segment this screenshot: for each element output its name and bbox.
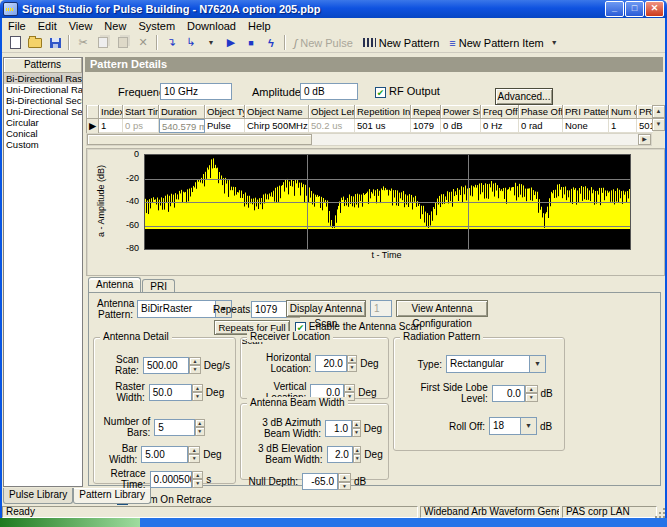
tab-pri[interactable]: PRI (142, 279, 175, 293)
play-icon[interactable]: ▶ (222, 34, 240, 51)
save-icon[interactable] (46, 34, 64, 51)
table-cell[interactable]: Chirp 500MHz - 50 (245, 119, 309, 133)
spinner-icon[interactable]: ▲▼ (192, 384, 203, 401)
column-header[interactable]: PRI Pattern (563, 105, 609, 119)
table-cell[interactable]: 0 dB (441, 119, 481, 133)
pattern-list-item[interactable]: Uni-Directional Sector (4, 106, 82, 117)
table-cell[interactable]: 1079 (411, 119, 441, 133)
chevron-down-icon[interactable]: ▼ (520, 417, 537, 435)
display-antenna-scan-button[interactable]: Display Antenna Scan (286, 300, 366, 317)
menu-item-help[interactable]: Help (242, 19, 277, 33)
column-header[interactable]: Index (99, 105, 123, 119)
route-arrow-2-icon[interactable]: ↳ (182, 34, 200, 51)
table-cell[interactable]: 540.579 m (159, 119, 205, 133)
close-button[interactable]: ✕ (645, 1, 664, 17)
pattern-list-item[interactable]: Conical (4, 128, 82, 139)
radiation-type-select[interactable]: Rectangular ▼ (446, 355, 546, 373)
spinner-icon[interactable]: ▲▼ (347, 355, 357, 372)
view-antenna-configuration-button[interactable]: View Antenna Configuration (396, 300, 488, 317)
lightning-icon[interactable]: ϟ (262, 34, 280, 51)
spinner-icon[interactable]: ▲▼ (189, 357, 201, 374)
rf-output-checkbox[interactable]: ✔ RF Output (375, 85, 440, 98)
column-header[interactable]: Repeat (411, 105, 441, 119)
spinner-icon[interactable]: ▲▼ (188, 446, 200, 463)
menu-item-file[interactable]: File (2, 19, 32, 33)
table-cell[interactable]: 1 (609, 119, 637, 133)
column-header[interactable]: PRI Start (637, 105, 653, 119)
field-input[interactable]: 20.0 (315, 355, 347, 372)
table-horizontal-scrollbar[interactable]: ▶ (86, 133, 652, 146)
minimize-button[interactable]: _ (605, 1, 624, 17)
column-header[interactable]: Duration (159, 105, 205, 119)
field-input[interactable]: 5.00 (141, 446, 188, 463)
advanced-button[interactable]: Advanced... (495, 88, 553, 105)
new-file-icon[interactable] (6, 34, 24, 51)
table-vertical-scrollbar[interactable]: ▲ ▼ (652, 105, 665, 133)
field-input[interactable]: 1.0 (325, 420, 352, 437)
tab-antenna[interactable]: Antenna (88, 277, 141, 293)
tab-pulse-library[interactable]: Pulse Library (3, 488, 73, 504)
spinner-icon[interactable]: ▲▼ (192, 471, 203, 488)
first-side-lobe-input[interactable]: 0.0 (492, 385, 525, 402)
field-input[interactable]: 2.0 (327, 446, 353, 463)
column-header[interactable]: Freq Offset (481, 105, 519, 119)
delete-icon[interactable]: ✕ (134, 34, 152, 51)
pattern-list-item[interactable]: Circular (4, 117, 82, 128)
scroll-up-icon[interactable]: ▲ (652, 105, 665, 118)
table-cell[interactable]: 501 us (637, 119, 653, 133)
spinner-icon[interactable]: ▲▼ (353, 446, 362, 463)
spinner-icon[interactable]: ▲▼ (195, 419, 205, 436)
column-header[interactable]: Num of (609, 105, 637, 119)
pattern-list-item[interactable]: Uni-Directional Raster 7 bar (4, 84, 82, 95)
table-cell[interactable]: 501 us (355, 119, 411, 133)
copy-icon[interactable] (94, 34, 112, 51)
chevron-down-icon[interactable]: ▼ (529, 355, 546, 373)
spinner-icon[interactable]: ▲▼ (525, 385, 538, 402)
pattern-list-item[interactable]: Custom (4, 139, 82, 150)
menu-item-view[interactable]: View (63, 19, 99, 33)
resize-grip[interactable] (655, 507, 666, 518)
table-cell[interactable]: 0 rad (519, 119, 563, 133)
amplitude-input[interactable]: 0 dB (300, 83, 358, 100)
chevron-down-icon[interactable]: ▼ (551, 39, 558, 46)
column-header[interactable]: Start Time (123, 105, 159, 119)
field-input[interactable]: 50.0 (149, 384, 192, 401)
pattern-table[interactable]: IndexStart TimeDurationObject TypeObject… (86, 105, 653, 133)
column-header[interactable]: Repetition Interval (355, 105, 411, 119)
column-header[interactable]: Power Scale (441, 105, 481, 119)
scroll-right-icon[interactable]: ▶ (638, 134, 651, 145)
open-file-icon[interactable] (26, 34, 44, 51)
scrollbar-thumb[interactable] (87, 134, 312, 145)
scroll-down-icon[interactable]: ▼ (652, 118, 665, 131)
frequency-input[interactable]: 10 GHz (160, 83, 232, 100)
field-input[interactable]: 500.00 (143, 357, 189, 374)
column-header[interactable]: Object Length (309, 105, 355, 119)
title-bar[interactable]: Signal Studio for Pulse Building - N7620… (0, 0, 667, 18)
new-pattern-button[interactable]: New Pattern (358, 36, 445, 50)
column-header[interactable]: Object Type (205, 105, 245, 119)
menu-item-edit[interactable]: Edit (32, 19, 63, 33)
tab-pattern-library[interactable]: Pattern Library (73, 488, 151, 504)
field-input[interactable]: 5 (154, 419, 194, 436)
column-header[interactable]: Phase Offset (519, 105, 563, 119)
spinner-icon[interactable]: ▲▼ (338, 473, 351, 490)
spinner-icon[interactable]: ▲▼ (352, 420, 361, 437)
pattern-list-item[interactable]: Bi-Directional Sector Scan (4, 95, 82, 106)
new-pattern-item-button[interactable]: ≡ New Pattern Item ▼ (444, 36, 562, 50)
field-input[interactable]: 0.00050000 (150, 471, 193, 488)
stop-icon[interactable]: ■ (242, 34, 260, 51)
table-cell[interactable]: 1 (99, 119, 123, 133)
table-cell[interactable]: Pulse (205, 119, 245, 133)
field-input[interactable]: -65.0 (302, 473, 338, 490)
menu-item-system[interactable]: System (132, 19, 181, 33)
table-cell[interactable]: 50.2 us (309, 119, 355, 133)
roll-off-select[interactable]: 18 ▼ (489, 417, 537, 435)
dropdown-arrow-icon[interactable]: ▼ (202, 34, 220, 51)
table-cell[interactable]: 0 Hz (481, 119, 519, 133)
route-arrow-icon[interactable]: ↴ (162, 34, 180, 51)
menu-item-download[interactable]: Download (181, 19, 242, 33)
paste-icon[interactable] (114, 34, 132, 51)
table-cell[interactable]: 0 ps (123, 119, 159, 133)
pattern-list-item[interactable]: Bi-Directional Raster 5 bar (4, 73, 82, 84)
column-header[interactable]: Object Name (245, 105, 309, 119)
